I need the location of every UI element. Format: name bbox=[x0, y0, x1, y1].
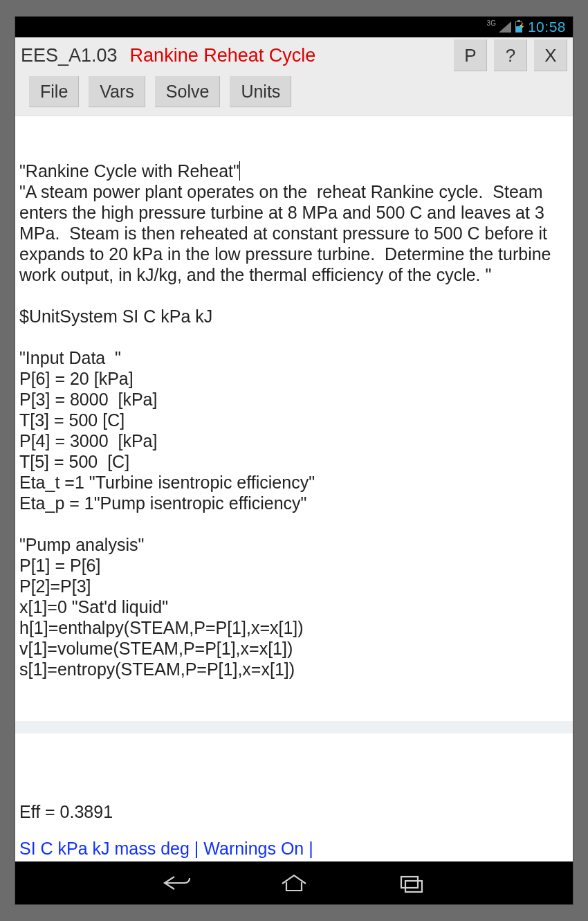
title-row: EES_A1.03 Rankine Reheat Cycle P ? X bbox=[21, 42, 567, 69]
title-bar: EES_A1.03 Rankine Reheat Cycle P ? X Fil… bbox=[15, 37, 573, 116]
app-window: EES_A1.03 Rankine Reheat Cycle P ? X Fil… bbox=[15, 37, 573, 861]
editor-rest: "A steam power plant operates on the reh… bbox=[19, 182, 555, 679]
signal-icon bbox=[499, 21, 511, 33]
app-name: EES_A1.03 bbox=[21, 45, 118, 66]
toolbar: File Vars Solve Units bbox=[21, 69, 567, 116]
clock: 10:58 bbox=[528, 19, 566, 35]
battery-icon: ⚡ bbox=[515, 21, 522, 33]
results-pane[interactable]: Eff = 0.3891 Eta_p = 1 [-] Eta_t = 1 [-]… bbox=[19, 775, 569, 839]
results-separator bbox=[15, 721, 573, 733]
file-button[interactable]: File bbox=[29, 76, 79, 107]
close-button[interactable]: X bbox=[534, 39, 567, 71]
device-frame: 3G ⚡ 10:58 EES_A1.03 Rankine Reheat Cycl… bbox=[15, 16, 573, 905]
svg-rect-0 bbox=[401, 877, 418, 888]
solve-button[interactable]: Solve bbox=[155, 76, 221, 107]
code-editor[interactable]: "Rankine Cycle with Reheat" "A steam pow… bbox=[15, 116, 573, 839]
status-line: SI C kPa kJ mass deg | Warnings On | bbox=[15, 839, 573, 861]
units-button[interactable]: Units bbox=[230, 76, 291, 107]
editor-first-line: "Rankine Cycle with Reheat" bbox=[19, 161, 239, 181]
nav-bar bbox=[15, 861, 573, 904]
help-button[interactable]: ? bbox=[494, 39, 527, 71]
back-icon[interactable] bbox=[159, 869, 194, 897]
document-title: Rankine Reheat Cycle bbox=[130, 45, 316, 66]
editor-source[interactable]: "Rankine Cycle with Reheat" "A steam pow… bbox=[19, 161, 569, 680]
text-cursor bbox=[239, 161, 240, 181]
svg-rect-1 bbox=[405, 881, 422, 892]
recent-apps-icon[interactable] bbox=[394, 869, 429, 897]
home-icon[interactable] bbox=[277, 869, 311, 897]
vars-button[interactable]: Vars bbox=[89, 76, 145, 107]
p-button[interactable]: P bbox=[454, 39, 487, 71]
network-label: 3G bbox=[487, 19, 496, 27]
status-bar: 3G ⚡ 10:58 bbox=[15, 17, 573, 37]
